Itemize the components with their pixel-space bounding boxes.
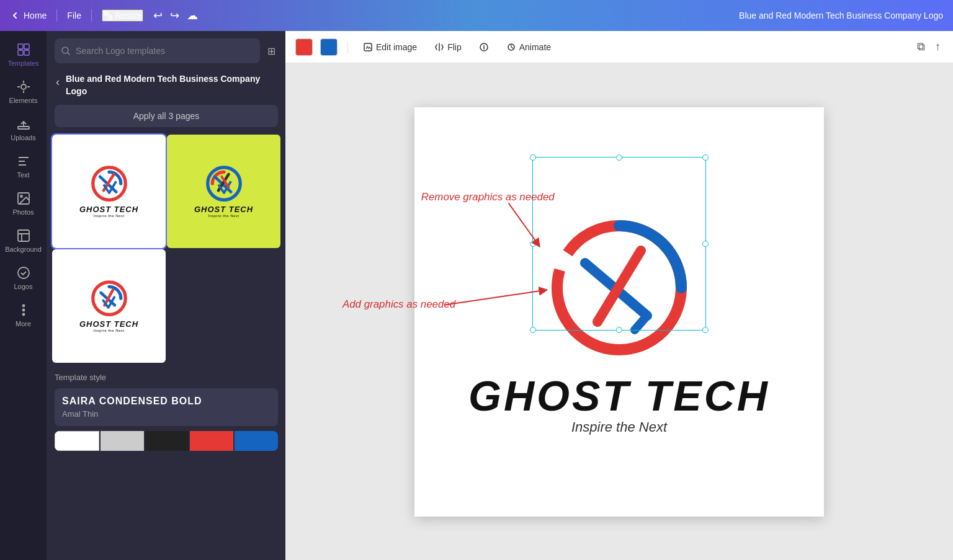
swatch-black[interactable] xyxy=(145,431,189,451)
svg-rect-3 xyxy=(24,44,29,49)
copy-button[interactable]: ⧉ xyxy=(915,38,928,56)
sidebar-item-elements[interactable]: Elements xyxy=(1,74,46,109)
template-logo-icon-2 xyxy=(205,165,243,202)
main-content: Templates Elements Uploads Text Photos B… xyxy=(0,31,953,560)
template-grid: GHOST TECH Inspire the Next GHOST TECH xyxy=(47,135,285,363)
svg-point-13 xyxy=(22,309,24,311)
logos-label: Logos xyxy=(14,283,33,290)
sidebar-item-templates[interactable]: Templates xyxy=(1,37,46,72)
template-text-1: GHOST TECH xyxy=(79,205,138,214)
sidebar-item-background[interactable]: Background xyxy=(1,223,46,258)
svg-rect-7 xyxy=(18,127,29,129)
redo-button[interactable]: ↪ xyxy=(170,9,179,22)
search-icon xyxy=(61,46,71,56)
swatch-gray[interactable] xyxy=(101,431,144,451)
template-style-section: Template style SAIRA CONDENSED BOLD Amal… xyxy=(47,363,285,456)
topbar: Home File Resize ↩ ↪ ☁ Blue and Red Mode… xyxy=(0,0,953,31)
share-button[interactable]: ↑ xyxy=(933,38,943,56)
undo-button[interactable]: ↩ xyxy=(153,9,163,22)
svg-rect-10 xyxy=(18,230,29,241)
main-logo-icon[interactable] xyxy=(545,213,694,362)
svg-rect-1 xyxy=(109,16,112,19)
main-logo-text[interactable]: GHOST TECH xyxy=(468,375,770,417)
sidebar-item-uploads[interactable]: Uploads xyxy=(1,112,46,146)
svg-rect-2 xyxy=(18,44,23,49)
sidebar-icons: Templates Elements Uploads Text Photos B… xyxy=(0,31,47,560)
templates-label: Templates xyxy=(7,60,38,67)
sidebar-item-text[interactable]: Text xyxy=(1,149,46,184)
background-label: Background xyxy=(5,246,42,253)
uploads-label: Uploads xyxy=(11,134,35,141)
search-wrapper xyxy=(55,38,260,63)
sidebar-item-logos[interactable]: Logos xyxy=(1,260,46,295)
sidebar-panel: ⊞ ‹ Blue and Red Modern Tech Business Co… xyxy=(47,31,285,560)
edit-image-button[interactable]: Edit image xyxy=(358,40,422,55)
handle-tl[interactable] xyxy=(530,154,536,161)
back-home-button[interactable]: Home xyxy=(10,11,47,20)
info-button[interactable] xyxy=(474,40,494,55)
save-button[interactable]: ☁ xyxy=(187,9,198,22)
font-bold-name: SAIRA CONDENSED BOLD xyxy=(62,396,271,407)
font-thin-name: Amal Thin xyxy=(62,409,271,419)
file-button[interactable]: File xyxy=(67,11,81,20)
svg-rect-0 xyxy=(104,12,107,15)
text-label: Text xyxy=(17,171,29,179)
svg-rect-5 xyxy=(24,50,29,55)
photos-label: Photos xyxy=(12,208,34,216)
template-thumb-3[interactable]: GHOST TECH Inspire the Next xyxy=(52,249,166,363)
font-block: SAIRA CONDENSED BOLD Amal Thin xyxy=(55,388,278,426)
canvas-logo-container: GHOST TECH Inspire the Next xyxy=(468,189,770,435)
svg-point-6 xyxy=(21,84,26,89)
canvas-page: GHOST TECH Inspire the Next xyxy=(414,107,824,517)
elements-label: Elements xyxy=(9,97,38,104)
swatch-red[interactable] xyxy=(190,431,233,451)
canvas-toolbar: Edit image Flip Animate ⧉ ↑ xyxy=(285,31,953,63)
more-label: More xyxy=(16,320,31,327)
topbar-divider xyxy=(56,9,57,22)
template-thumb-1[interactable]: GHOST TECH Inspire the Next xyxy=(52,135,166,248)
template-subtext-1: Inspire the Next xyxy=(93,214,124,218)
canvas-workspace[interactable]: GHOST TECH Inspire the Next Remove graph… xyxy=(285,63,953,560)
color-pill-blue[interactable] xyxy=(320,38,338,56)
filter-button[interactable]: ⊞ xyxy=(265,43,278,60)
template-text-3: GHOST TECH xyxy=(79,319,138,329)
template-logo-icon-1 xyxy=(91,165,128,202)
document-title: Blue and Red Modern Tech Business Compan… xyxy=(739,11,943,20)
info-icon xyxy=(479,42,489,52)
swatch-white[interactable] xyxy=(55,431,99,451)
template-header: ‹ Blue and Red Modern Tech Business Comp… xyxy=(47,68,285,102)
edit-image-icon xyxy=(363,42,373,52)
resize-button[interactable]: Resize xyxy=(102,9,143,22)
template-back-button[interactable]: ‹ xyxy=(55,74,61,90)
toolbar-divider xyxy=(347,41,348,53)
svg-point-12 xyxy=(22,305,24,307)
template-title: Blue and Red Modern Tech Business Compan… xyxy=(66,73,278,97)
template-logo-icon-3 xyxy=(91,280,128,317)
search-input[interactable] xyxy=(76,46,254,56)
flip-button[interactable]: Flip xyxy=(429,40,467,55)
svg-point-9 xyxy=(20,195,22,197)
template-subtext-3: Inspire the Next xyxy=(93,329,124,332)
animate-button[interactable]: Animate xyxy=(501,40,556,55)
svg-point-11 xyxy=(18,267,29,278)
template-text-2: GHOST TECH xyxy=(194,205,253,214)
animate-icon xyxy=(506,42,516,52)
template-style-label: Template style xyxy=(55,373,278,382)
flip-icon xyxy=(434,42,444,52)
apply-all-button[interactable]: Apply all 3 pages xyxy=(55,105,278,127)
swatch-blue[interactable] xyxy=(235,431,278,451)
color-swatches xyxy=(55,431,278,451)
color-pill-red[interactable] xyxy=(295,38,313,56)
main-logo-tagline: Inspire the Next xyxy=(571,419,667,435)
svg-rect-4 xyxy=(18,50,23,55)
template-subtext-2: Inspire the Next xyxy=(208,214,239,218)
svg-point-14 xyxy=(22,314,24,316)
handle-tr[interactable] xyxy=(702,154,709,161)
search-bar: ⊞ xyxy=(47,31,285,68)
handle-tm[interactable] xyxy=(616,154,622,161)
template-thumb-2[interactable]: GHOST TECH Inspire the Next xyxy=(167,135,280,248)
canvas-area: Edit image Flip Animate ⧉ ↑ xyxy=(285,31,953,560)
sidebar-item-photos[interactable]: Photos xyxy=(1,186,46,221)
topbar-divider2 xyxy=(91,9,92,22)
sidebar-item-more[interactable]: More xyxy=(1,298,46,332)
